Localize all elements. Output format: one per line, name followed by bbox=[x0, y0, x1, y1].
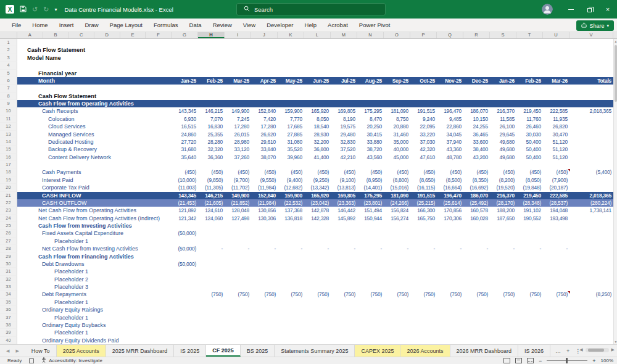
sheet-tab-how-to[interactable]: How To bbox=[25, 345, 57, 357]
row-number-31[interactable]: 31 bbox=[0, 268, 17, 275]
cell-r26-c12[interactable] bbox=[463, 230, 490, 237]
row-label-cash-payments[interactable]: Cash Payments bbox=[17, 168, 172, 176]
cell-r23-c6[interactable]: 142,878 bbox=[304, 207, 331, 214]
cell-r20-c14[interactable]: (19,848) bbox=[516, 184, 543, 191]
cell-r28-c9[interactable]: - bbox=[384, 245, 410, 252]
cell-r30-c13[interactable] bbox=[490, 260, 516, 268]
cell-r24-c3[interactable]: 127,498 bbox=[225, 215, 251, 222]
cell-r13-c6[interactable]: 28,930 bbox=[304, 131, 331, 138]
row-label-model-name[interactable]: Model Name bbox=[17, 54, 172, 62]
cell-r26-c8[interactable] bbox=[357, 230, 384, 237]
cell-r20-c2[interactable]: (11,305) bbox=[198, 184, 225, 191]
cell-r20-c9[interactable]: (15,016) bbox=[384, 184, 410, 191]
column-header-F[interactable]: F bbox=[146, 32, 172, 38]
cell-r6-c16[interactable]: Totals bbox=[569, 77, 613, 85]
cell-r28-c11[interactable]: - bbox=[437, 245, 463, 252]
cell-r6-c13[interactable]: Jan-26 bbox=[490, 77, 516, 85]
cell-r14-c1[interactable]: 27,720 bbox=[172, 138, 198, 146]
cell-r16-c5[interactable]: 39,960 bbox=[278, 154, 304, 161]
cell-r11-c10[interactable]: 9,240 bbox=[410, 115, 437, 123]
cell-r18-c3[interactable]: (450) bbox=[225, 168, 251, 176]
cell-r21-c15[interactable]: 222,585 bbox=[543, 192, 569, 199]
cell-r16-c12[interactable]: 43,200 bbox=[463, 154, 490, 161]
cell-r26-c10[interactable] bbox=[410, 230, 437, 237]
row-label-placeholder-2[interactable]: Placeholder 2 bbox=[17, 276, 172, 283]
cell-r30-c2[interactable] bbox=[198, 260, 225, 268]
column-header-J[interactable]: J bbox=[251, 32, 278, 38]
cell-r19-c7[interactable]: (9,100) bbox=[331, 176, 357, 184]
cell-r21-c13[interactable]: 216,370 bbox=[490, 192, 516, 199]
column-header-C[interactable]: C bbox=[68, 32, 94, 38]
cell-r12-c10[interactable]: 22,095 bbox=[410, 123, 437, 130]
cell-r19-c8[interactable]: (8,950) bbox=[357, 176, 384, 184]
cell-r10-c8[interactable]: 175,295 bbox=[357, 107, 384, 115]
row-number-38[interactable]: 38 bbox=[0, 321, 17, 329]
row-label-placeholder-1[interactable]: Placeholder 1 bbox=[17, 329, 172, 336]
cell-r24-c10[interactable]: 165,750 bbox=[410, 215, 437, 222]
row-number-12[interactable]: 12 bbox=[0, 123, 17, 130]
row-number-19[interactable]: 19 bbox=[0, 176, 17, 184]
cell-r34-c16[interactable]: (8,250) bbox=[569, 291, 613, 298]
cell-r18-c12[interactable]: (450) bbox=[463, 168, 490, 176]
row-number-9[interactable]: 9 bbox=[0, 100, 17, 107]
cell-r22-c7[interactable]: (23,363) bbox=[331, 199, 357, 207]
cell-r28-c5[interactable]: - bbox=[278, 245, 304, 252]
column-header-M[interactable]: M bbox=[331, 32, 357, 38]
row-label-placeholder-3[interactable]: Placeholder 3 bbox=[17, 283, 172, 291]
cell-r24-c5[interactable]: 136,818 bbox=[278, 215, 304, 222]
user-avatar[interactable] bbox=[542, 4, 553, 15]
cell-r11-c15[interactable]: 11,935 bbox=[543, 115, 569, 123]
cell-r16-c2[interactable]: 36,360 bbox=[198, 154, 225, 161]
row-label-cloud-services[interactable]: Cloud Services bbox=[17, 123, 172, 130]
zoom-out-icon[interactable]: − bbox=[539, 358, 542, 364]
row-label-interest-paid[interactable]: Interest Paid bbox=[17, 176, 172, 184]
restore-button[interactable] bbox=[580, 0, 598, 19]
cell-r26-c16[interactable] bbox=[569, 230, 613, 237]
scroll-down-icon[interactable]: ▼ bbox=[614, 340, 617, 344]
row-number-33[interactable]: 33 bbox=[0, 283, 17, 291]
row-number-1[interactable]: 1 bbox=[0, 39, 17, 46]
cell-r21-c7[interactable]: 169,805 bbox=[331, 192, 357, 199]
save-icon[interactable] bbox=[20, 4, 27, 15]
cell-r11-c2[interactable]: 7,070 bbox=[198, 115, 225, 123]
cell-r6-c11[interactable]: Nov-25 bbox=[437, 77, 463, 85]
cell-r22-c9[interactable]: (24,266) bbox=[384, 199, 410, 207]
row-label-cash-flow-statement[interactable]: Cash Flow Statement bbox=[17, 93, 172, 100]
cell-r30-c3[interactable] bbox=[225, 260, 251, 268]
sheet-tab-bs-2025[interactable]: BS 2025 bbox=[241, 345, 275, 357]
row-label-financial-year[interactable]: Financial year bbox=[17, 70, 172, 77]
row-label-net-cash-flow-from-operating-activities-indirect[interactable]: Net Cash Flow from Operating Activities … bbox=[17, 215, 172, 222]
cell-r23-c5[interactable]: 137,368 bbox=[278, 207, 304, 214]
horizontal-scrollbar[interactable]: ◀ ▶ bbox=[579, 347, 615, 352]
cell-r21-c14[interactable]: 219,450 bbox=[516, 192, 543, 199]
row-label-ordinary-equity-buybacks[interactable]: Ordinary Equity Buybacks bbox=[17, 321, 172, 329]
cell-r11-c13[interactable]: 11,585 bbox=[490, 115, 516, 123]
cell-r12-c8[interactable]: 20,250 bbox=[357, 123, 384, 130]
cell-r12-c16[interactable] bbox=[569, 123, 613, 130]
cell-r15-c10[interactable]: 42,320 bbox=[410, 146, 437, 153]
cell-r21-c8[interactable]: 175,295 bbox=[357, 192, 384, 199]
row-number-28[interactable]: 28 bbox=[0, 245, 17, 252]
cell-r19-c4[interactable]: (9,550) bbox=[251, 176, 278, 184]
row-number-22[interactable]: 22 bbox=[0, 199, 17, 207]
cell-r6-c7[interactable]: Jul-25 bbox=[331, 77, 357, 85]
cell-r12-c2[interactable]: 16,830 bbox=[198, 123, 225, 130]
cell-r24-c4[interactable]: 130,306 bbox=[251, 215, 278, 222]
column-header-N[interactable]: N bbox=[357, 32, 384, 38]
horizontal-scroll-thumb[interactable] bbox=[588, 349, 604, 352]
cell-r21-c11[interactable]: 196,470 bbox=[437, 192, 463, 199]
cell-r24-c15[interactable]: 193,498 bbox=[543, 215, 569, 222]
cell-r22-c15[interactable]: (28,537) bbox=[543, 199, 569, 207]
scroll-right-icon[interactable]: ▶ bbox=[611, 347, 615, 352]
cell-r16-c6[interactable]: 41,400 bbox=[304, 154, 331, 161]
sheet-tab-cf-2025[interactable]: CF 2025 bbox=[206, 345, 241, 357]
cell-r21-c2[interactable]: 146,215 bbox=[198, 192, 225, 199]
cell-r22-c13[interactable]: (28,170) bbox=[490, 199, 516, 207]
cell-r24-c6[interactable]: 142,328 bbox=[304, 215, 331, 222]
cell-r19-c9[interactable]: (8,800) bbox=[384, 176, 410, 184]
cell-r26-c9[interactable] bbox=[384, 230, 410, 237]
cell-r34-c15[interactable]: (750) bbox=[543, 291, 569, 298]
cell-r24-c2[interactable]: 124,060 bbox=[198, 215, 225, 222]
cell-r12-c12[interactable]: 24,255 bbox=[463, 123, 490, 130]
ribbon-tab-home[interactable]: Home bbox=[27, 22, 53, 28]
